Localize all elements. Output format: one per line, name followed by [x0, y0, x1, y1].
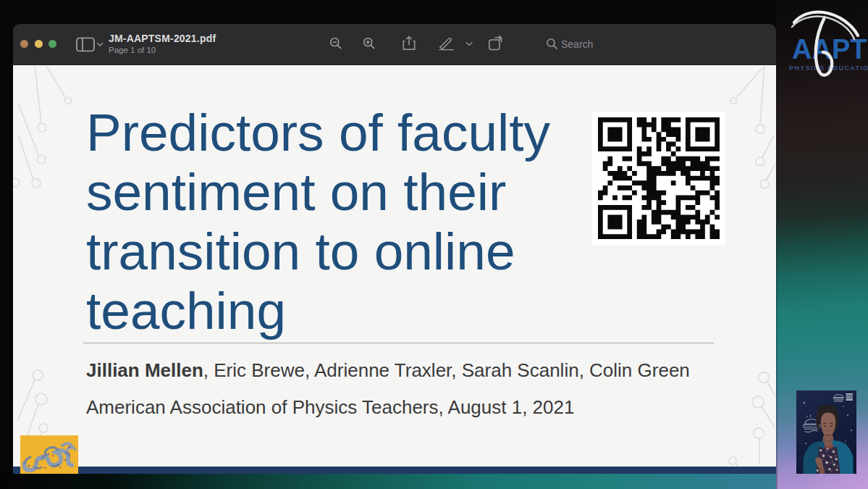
svg-text:AAPT: AAPT — [792, 34, 867, 64]
